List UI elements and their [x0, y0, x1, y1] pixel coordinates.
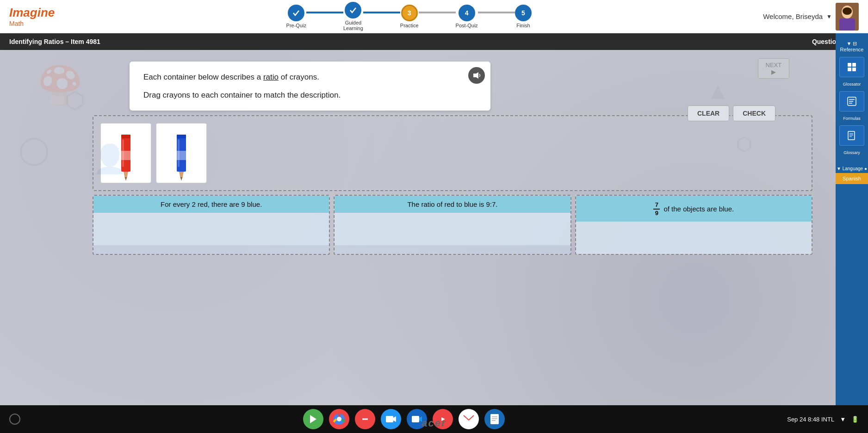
- taskbar-circle[interactable]: [9, 414, 20, 425]
- svg-rect-2: [839, 19, 855, 31]
- step-label-finish: Finish: [516, 23, 530, 28]
- svg-marker-7: [125, 177, 127, 181]
- step-label-pre-quiz: Pre-Quiz: [286, 23, 306, 28]
- drop-container-3[interactable]: 7 9 of the objects are blue.: [575, 195, 812, 254]
- drop-zone-1[interactable]: [93, 213, 329, 245]
- step-circle-finish: 5: [515, 5, 532, 21]
- logo-math: Math: [9, 20, 55, 27]
- svg-marker-13: [180, 177, 182, 181]
- chrome-icon[interactable]: [329, 409, 349, 429]
- drop-container-1[interactable]: For every 2 red, there are 9 blue.: [93, 195, 330, 254]
- avatar: [836, 3, 859, 31]
- svg-point-3: [843, 7, 852, 15]
- svg-point-35: [366, 418, 368, 420]
- dropdown-arrow[interactable]: ▼: [826, 13, 832, 20]
- svg-rect-36: [386, 416, 393, 422]
- step-guided-learning[interactable]: GuidedLearning: [343, 2, 363, 31]
- taskbar-right: Sep 24 8:48 INTL ▼ 🔋: [787, 416, 859, 423]
- svg-rect-18: [852, 63, 856, 67]
- fraction-display: 7 9: [653, 201, 660, 216]
- question-box: Each container below describes a ratio o…: [130, 62, 490, 111]
- reference-section-header[interactable]: ▼ ⊟ Reference: [836, 38, 868, 55]
- battery-icon: 🔋: [851, 416, 859, 423]
- clear-button[interactable]: CLEAR: [688, 105, 729, 121]
- progress-steps: Pre-Quiz GuidedLearning 3 Practice 4 Pos…: [286, 2, 532, 31]
- step-circle-pre-quiz: [288, 5, 304, 21]
- audio-button[interactable]: [468, 67, 485, 84]
- sidebar-btn-glossator[interactable]: [839, 57, 864, 77]
- sidebar-btn-glossary[interactable]: [839, 125, 864, 146]
- step-label-practice: Practice: [400, 23, 419, 28]
- drop-container-2[interactable]: The ratio of red to blue is 9:7.: [334, 195, 571, 254]
- question-line-2: Drag crayons to each container to match …: [143, 89, 477, 101]
- question-line-1: Each container below describes a ratio o…: [143, 71, 477, 83]
- step-finish[interactable]: 5 Finish: [515, 5, 532, 28]
- container-label-2: The ratio of red to blue is 9:7.: [335, 196, 570, 213]
- ratio-underline: ratio: [263, 73, 279, 81]
- wifi-icon: ▼: [840, 416, 846, 423]
- title-bar-item-name: Identifying Ratios – Item 4981: [9, 38, 100, 45]
- drop-zone-3[interactable]: [576, 222, 812, 254]
- svg-point-31: [337, 417, 341, 421]
- drag-area[interactable]: [93, 115, 812, 191]
- step-line-4: [478, 12, 515, 13]
- svg-rect-38: [412, 416, 419, 422]
- taskbar-center: [303, 409, 505, 429]
- language-header[interactable]: ▼ Language ●: [836, 164, 868, 173]
- drop-zone-2[interactable]: [335, 213, 570, 245]
- question-area: Each container below describes a ratio o…: [93, 62, 766, 111]
- container-label-3: 7 9 of the objects are blue.: [576, 196, 812, 221]
- drop-containers-row: For every 2 red, there are 9 blue. The r…: [93, 195, 812, 254]
- main-content: 🍄 ◯ ▲ ⬡ ⬡ 👤 NEXT ▶ Each container below …: [0, 50, 868, 405]
- svg-marker-4: [473, 72, 478, 79]
- svg-rect-17: [848, 63, 851, 67]
- fraction-denominator: 9: [655, 210, 658, 217]
- step-label-guided: GuidedLearning: [343, 20, 363, 31]
- step-line-3: [419, 12, 456, 13]
- play-store-icon[interactable]: [303, 409, 323, 429]
- chat-icon[interactable]: [355, 409, 375, 429]
- step-post-quiz[interactable]: 4 Post-Quiz: [456, 5, 478, 28]
- svg-rect-19: [848, 68, 851, 71]
- svg-rect-43: [490, 414, 499, 424]
- blue-crayon[interactable]: [156, 123, 207, 183]
- step-circle-post-quiz: 4: [459, 5, 475, 21]
- taskbar-left: [9, 414, 20, 425]
- step-practice[interactable]: 3 Practice: [400, 5, 419, 28]
- taskbar-datetime: Sep 24 8:48 INTL: [787, 416, 834, 423]
- progress-steps-container: Pre-Quiz GuidedLearning 3 Practice 4 Pos…: [73, 2, 744, 31]
- sidebar-btn-formulas[interactable]: [839, 91, 864, 111]
- taskbar: Sep 24 8:48 INTL ▼ 🔋 acer: [0, 405, 868, 433]
- step-circle-practice: 3: [401, 5, 418, 21]
- step-line-1: [306, 12, 343, 13]
- action-buttons: CLEAR CHECK: [688, 105, 775, 121]
- gmail-icon[interactable]: [459, 409, 479, 429]
- deco-shape-4: ⬡: [736, 133, 752, 155]
- step-label-post-quiz: Post-Quiz: [456, 23, 478, 28]
- svg-point-33: [362, 418, 364, 420]
- logo-area: Imagine Math: [9, 6, 55, 27]
- logo-imagine: Imagine: [9, 6, 55, 20]
- meet-icon[interactable]: [381, 409, 401, 429]
- fraction-numerator: 7: [655, 201, 658, 209]
- sidebar-label-glossator: Glossator: [843, 82, 861, 87]
- welcome-area: Welcome, Briseyda ▼: [763, 3, 859, 31]
- deco-shape-2: ◯: [19, 133, 50, 166]
- svg-rect-25: [848, 131, 855, 140]
- svg-marker-29: [310, 415, 316, 423]
- right-sidebar: ▼ ⊟ Reference Glossator Formulas Glossar…: [836, 33, 868, 405]
- step-line-2: [363, 12, 400, 13]
- step-pre-quiz[interactable]: Pre-Quiz: [286, 5, 306, 28]
- svg-rect-8: [121, 135, 130, 138]
- container-label-1: For every 2 red, there are 9 blue.: [93, 196, 329, 213]
- container-label-3-text: of the objects are blue.: [663, 205, 734, 213]
- svg-rect-16: [178, 139, 180, 167]
- sidebar-label-formulas: Formulas: [843, 116, 861, 121]
- title-bar: Identifying Ratios – Item 4981 Question …: [0, 33, 868, 50]
- check-button[interactable]: CHECK: [733, 105, 775, 121]
- docs-icon[interactable]: [484, 409, 505, 429]
- svg-rect-20: [852, 68, 856, 71]
- step-circle-guided: [345, 2, 361, 19]
- welcome-text: Welcome, Briseyda: [763, 12, 823, 20]
- spanish-button[interactable]: Spanish: [836, 173, 868, 184]
